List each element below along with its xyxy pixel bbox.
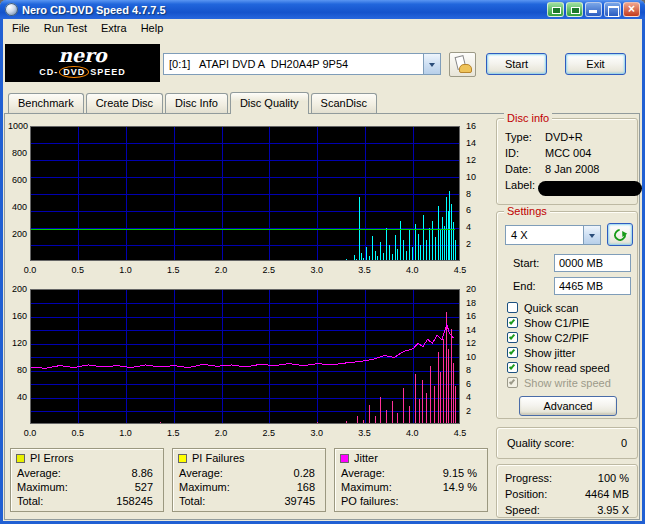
chart-plot xyxy=(30,289,460,424)
stat-value: 39745 xyxy=(284,494,315,508)
axis-tick-label: 2.0 xyxy=(212,265,230,275)
app-icon xyxy=(5,3,18,16)
checkbox-show-jitter[interactable]: Show jitter xyxy=(507,347,611,358)
axis-tick-label: 14 xyxy=(466,139,486,148)
checkbox-icon xyxy=(507,377,518,388)
speed-label: Speed: xyxy=(505,504,540,516)
axis-tick-label: 2 xyxy=(466,407,486,416)
stat-label: Total: xyxy=(17,494,43,508)
axis-tick-label: 16 xyxy=(466,122,486,131)
close-button[interactable]: × xyxy=(623,2,640,17)
axis-tick-label: 0.5 xyxy=(69,265,87,275)
tab-disc-quality[interactable]: Disc Quality xyxy=(230,92,309,114)
app-window: Nero CD-DVD Speed 4.7.7.5 × File Run Tes… xyxy=(0,0,645,524)
window-title: Nero CD-DVD Speed 4.7.7.5 xyxy=(22,4,547,16)
axis-tick-label: 1.0 xyxy=(117,428,135,438)
axis-tick-label: 40 xyxy=(8,393,27,402)
axis-tick-label: 0.5 xyxy=(69,428,87,438)
axis-tick-label: 6 xyxy=(466,380,486,389)
axis-tick-label: 3.0 xyxy=(308,265,326,275)
exit-button[interactable]: Exit xyxy=(565,53,626,75)
checkbox-show-read-speed[interactable]: Show read speed xyxy=(507,362,611,373)
axis-tick-label: 1.0 xyxy=(117,265,135,275)
jitter-title: Jitter xyxy=(354,452,378,464)
pi-errors-stats-box: PI Errors Average:8.86 Maximum:527 Total… xyxy=(10,448,164,512)
progress-value: 100 % xyxy=(598,472,629,484)
checkbox-label: Show read speed xyxy=(524,362,610,374)
axis-tick-label: 2.5 xyxy=(260,428,278,438)
tab-scandisc[interactable]: ScanDisc xyxy=(311,93,377,113)
checkbox-show-c2-pif[interactable]: Show C2/PIF xyxy=(507,332,611,343)
refresh-button[interactable] xyxy=(607,223,633,246)
tab-benchmark[interactable]: Benchmark xyxy=(8,93,84,113)
menu-bar: File Run Test Extra Help xyxy=(3,19,642,37)
tab-disc-info[interactable]: Disc Info xyxy=(165,93,228,113)
axis-tick-label: 8 xyxy=(466,190,486,199)
maximize-button[interactable] xyxy=(604,2,621,17)
menu-extra[interactable]: Extra xyxy=(94,20,134,36)
axis-tick-label: 16 xyxy=(466,312,486,321)
menu-run-test[interactable]: Run Test xyxy=(37,20,94,36)
pi-failures-stats-box: PI Failures Average:0.28 Maximum:168 Tot… xyxy=(172,448,326,512)
axis-tick-label: 800 xyxy=(8,149,27,158)
scan-speed-dropdown-button[interactable] xyxy=(583,226,600,244)
pi-failures-legend-swatch xyxy=(178,454,187,463)
axis-tick-label: 12 xyxy=(466,156,486,165)
axis-tick-label: 3.0 xyxy=(308,428,326,438)
stat-label: Average: xyxy=(179,466,223,480)
checkbox-icon xyxy=(507,362,518,373)
settings-group: Settings 4 X Start: End: Quick scan Show… xyxy=(496,211,638,419)
drive-select[interactable]: [0:1] ATAPI DVD A DH20A4P 9P54 xyxy=(163,53,441,75)
start-position-input[interactable] xyxy=(554,254,631,272)
chevron-down-icon xyxy=(429,63,435,70)
checkbox-show-c1-pie[interactable]: Show C1/PIE xyxy=(507,317,611,328)
checkbox-quick-scan[interactable]: Quick scan xyxy=(507,302,611,313)
end-position-input[interactable] xyxy=(554,277,631,295)
pi-errors-title: PI Errors xyxy=(30,452,73,464)
checkbox-show-write-speed: Show write speed xyxy=(507,377,611,388)
menu-help[interactable]: Help xyxy=(134,20,171,36)
axis-tick-label: 120 xyxy=(8,339,27,348)
eject-disc-button[interactable] xyxy=(449,52,476,77)
stat-value: 158245 xyxy=(116,494,153,508)
titlebar[interactable]: Nero CD-DVD Speed 4.7.7.5 × xyxy=(0,0,645,19)
advanced-button[interactable]: Advanced xyxy=(519,396,617,416)
checkbox-icon xyxy=(507,347,518,358)
capture-utility-icon-1[interactable] xyxy=(547,2,564,17)
axis-tick-label: 10 xyxy=(466,353,486,362)
quality-score-label: Quality score: xyxy=(507,437,574,449)
disc-date-value: 8 Jan 2008 xyxy=(545,163,599,175)
axis-tick-label: 1000 xyxy=(8,122,27,131)
axis-tick-label: 12 xyxy=(466,339,486,348)
axis-tick-label: 80 xyxy=(8,366,27,375)
disc-label-redaction xyxy=(538,181,642,196)
start-button[interactable]: Start xyxy=(486,53,547,75)
nero-logo-subtitle: CD-DVDSPEED xyxy=(5,66,160,79)
stat-value: 527 xyxy=(135,480,153,494)
stat-label: Maximum: xyxy=(17,480,68,494)
minimize-button[interactable] xyxy=(585,2,602,17)
drive-select-dropdown-button[interactable] xyxy=(423,54,440,74)
axis-tick-label: 2.5 xyxy=(260,265,278,275)
axis-tick-label: 3.5 xyxy=(355,265,373,275)
axis-tick-label: 14 xyxy=(466,326,486,335)
titlebar-buttons: × xyxy=(547,2,640,17)
stat-label: Maximum: xyxy=(341,480,392,494)
scan-speed-select[interactable]: 4 X xyxy=(505,225,601,245)
nero-logo: nero CD-DVDSPEED xyxy=(5,44,160,82)
axis-tick-label: 1.5 xyxy=(164,265,182,275)
axis-tick-label: 10 xyxy=(466,173,486,182)
stat-label: Maximum: xyxy=(179,480,230,494)
axis-tick-label: 4.5 xyxy=(451,265,469,275)
menu-file[interactable]: File xyxy=(5,20,37,36)
pi-errors-legend-swatch xyxy=(16,454,25,463)
capture-utility-icon-2[interactable] xyxy=(566,2,583,17)
axis-tick-label: 200 xyxy=(8,285,27,294)
pif-jitter-chart: 200160120804020181614121086420.00.51.01.… xyxy=(8,289,490,441)
position-value: 4464 MB xyxy=(585,488,629,500)
disc-id-value: MCC 004 xyxy=(545,147,591,159)
tab-create-disc[interactable]: Create Disc xyxy=(86,93,163,113)
axis-tick-label: 0.0 xyxy=(21,428,39,438)
stat-label: PO failures: xyxy=(341,494,398,508)
position-label: Position: xyxy=(505,488,547,500)
